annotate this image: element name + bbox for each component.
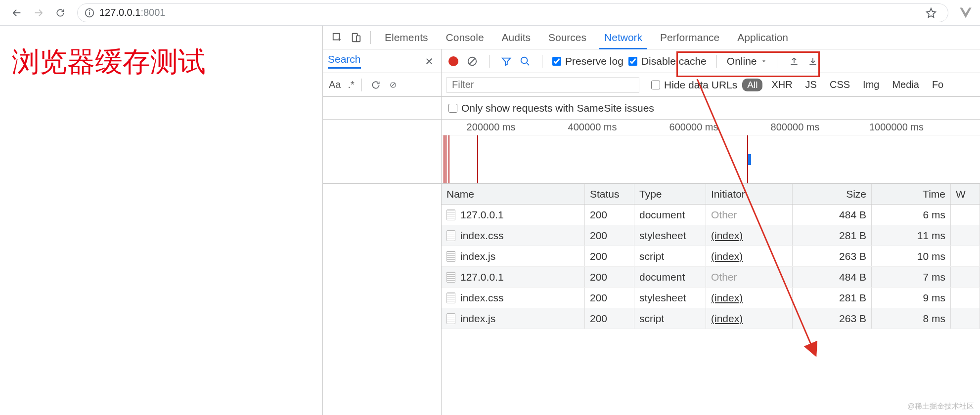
disable-cache-label: Disable cache: [641, 55, 707, 67]
download-icon: [808, 56, 818, 66]
filter-input[interactable]: [446, 77, 639, 93]
search-tab[interactable]: Search: [328, 53, 361, 69]
close-icon: [425, 57, 434, 66]
tab-console[interactable]: Console: [437, 26, 493, 49]
inspect-element-button[interactable]: [328, 28, 347, 47]
table-row[interactable]: 127.0.0.1200documentOther484 B6 ms: [442, 205, 980, 225]
filter-toggle-button[interactable]: [499, 54, 513, 68]
request-size: 484 B: [793, 205, 872, 225]
col-size[interactable]: Size: [793, 184, 872, 204]
request-type: document: [634, 205, 706, 225]
bookmark-button[interactable]: [921, 3, 941, 23]
request-name: 127.0.0.1: [460, 271, 504, 283]
filter-type-fo[interactable]: Fo: [928, 79, 947, 90]
col-name[interactable]: Name: [442, 184, 585, 204]
col-type[interactable]: Type: [634, 184, 706, 204]
clear-button[interactable]: [465, 54, 479, 68]
url-host: 127.0.0.1: [99, 7, 140, 18]
samesite-checkbox[interactable]: Only show requests with SameSite issues: [448, 102, 654, 114]
search-options: Aa .*: [323, 73, 442, 96]
reload-button[interactable]: [50, 3, 70, 23]
request-waterfall: [951, 225, 980, 246]
request-type: script: [634, 246, 706, 266]
upload-har-button[interactable]: [787, 54, 801, 68]
table-row[interactable]: index.css200stylesheet(index)281 B11 ms: [442, 225, 980, 246]
file-icon: [446, 313, 455, 324]
col-status[interactable]: Status: [585, 184, 634, 204]
request-time: 10 ms: [872, 246, 951, 266]
divider: [777, 55, 777, 68]
timeline: 200000 ms400000 ms600000 ms800000 ms1000…: [323, 120, 980, 184]
timeline-tick: 400000 ms: [568, 122, 617, 133]
svg-point-2: [89, 10, 90, 11]
back-button[interactable]: [7, 3, 27, 23]
file-icon: [446, 292, 455, 303]
timeline-tick: 800000 ms: [771, 122, 820, 133]
request-name: 127.0.0.1: [460, 209, 504, 221]
request-size: 484 B: [793, 267, 872, 287]
tab-elements[interactable]: Elements: [376, 26, 437, 49]
request-type: stylesheet: [634, 225, 706, 246]
svg-point-8: [521, 57, 528, 63]
request-initiator[interactable]: (index): [711, 313, 743, 325]
close-search-button[interactable]: [422, 54, 436, 68]
filter-type-all[interactable]: All: [742, 79, 762, 91]
filter-type-js[interactable]: JS: [802, 79, 821, 90]
clear-search-button[interactable]: [390, 78, 397, 92]
timeline-chart[interactable]: 200000 ms400000 ms600000 ms800000 ms1000…: [442, 120, 980, 183]
search-toggle-button[interactable]: [518, 54, 532, 68]
match-case-button[interactable]: Aa: [329, 79, 341, 90]
throttling-select[interactable]: Online: [727, 55, 767, 67]
tab-sources[interactable]: Sources: [539, 26, 595, 49]
request-waterfall: [951, 267, 980, 287]
tab-network[interactable]: Network: [595, 26, 651, 49]
svg-line-11: [391, 83, 395, 86]
page-title: 浏览器缓存测试: [12, 43, 311, 81]
vue-extension-icon[interactable]: [958, 5, 973, 20]
filter-type-media[interactable]: Media: [888, 79, 923, 90]
download-har-button[interactable]: [806, 54, 820, 68]
table-row[interactable]: index.js200script(index)263 B10 ms: [442, 246, 980, 267]
request-name: index.css: [460, 230, 504, 242]
timeline-tick: 600000 ms: [669, 122, 718, 133]
table-row[interactable]: 127.0.0.1200documentOther484 B7 ms: [442, 267, 980, 288]
throttling-label: Online: [727, 55, 757, 67]
filter-type-xhr[interactable]: XHR: [767, 79, 796, 90]
request-name: index.js: [460, 313, 495, 325]
disable-cache-checkbox[interactable]: Disable cache: [628, 55, 707, 67]
record-icon: [448, 56, 458, 66]
reload-icon: [55, 8, 65, 18]
hide-data-urls-label: Hide data URLs: [664, 79, 737, 91]
tab-application[interactable]: Application: [728, 26, 797, 49]
request-initiator[interactable]: (index): [711, 250, 743, 262]
col-time[interactable]: Time: [872, 184, 951, 204]
request-initiator[interactable]: (index): [711, 230, 743, 242]
preserve-log-checkbox[interactable]: Preserve log: [552, 55, 624, 67]
request-size: 263 B: [793, 246, 872, 266]
divider: [716, 55, 717, 68]
record-button[interactable]: [446, 54, 460, 68]
request-status: 200: [585, 246, 634, 266]
address-bar[interactable]: 127.0.0.1:8001: [77, 3, 948, 22]
col-waterfall[interactable]: W: [951, 184, 980, 204]
filter-type-img[interactable]: Img: [859, 79, 883, 90]
request-initiator: Other: [711, 209, 737, 221]
request-initiator[interactable]: (index): [711, 292, 743, 304]
table-row[interactable]: index.js200script(index)263 B8 ms: [442, 308, 980, 329]
hide-data-urls-checkbox[interactable]: Hide data URLs: [651, 79, 737, 91]
clear-icon: [390, 80, 397, 90]
tab-performance[interactable]: Performance: [651, 26, 728, 49]
samesite-label: Only show requests with SameSite issues: [461, 102, 654, 114]
tab-audits[interactable]: Audits: [493, 26, 539, 49]
table-row[interactable]: index.css200stylesheet(index)281 B9 ms: [442, 288, 980, 308]
search-panel: Search: [323, 49, 442, 73]
col-initiator[interactable]: Initiator: [706, 184, 793, 204]
device-icon: [351, 32, 361, 43]
filter-type-css[interactable]: CSS: [826, 79, 854, 90]
regex-button[interactable]: .*: [348, 79, 354, 90]
svg-line-9: [527, 62, 530, 65]
device-toolbar-button[interactable]: [347, 28, 365, 47]
forward-button[interactable]: [29, 3, 48, 23]
refresh-search-button[interactable]: [369, 78, 383, 92]
filter-bar: Aa .* Hide data URLs All XHRJSCSSImgMedi…: [323, 73, 980, 97]
